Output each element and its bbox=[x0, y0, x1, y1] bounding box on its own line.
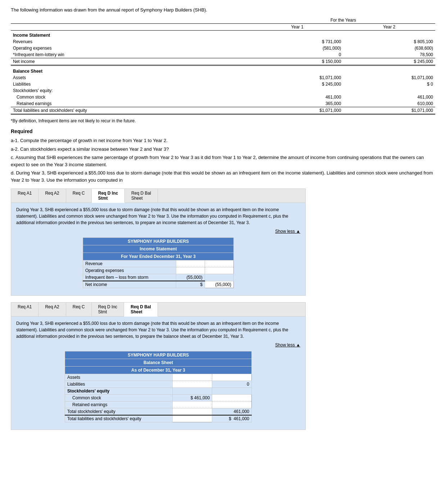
inc-infreq-label: Infrequent item – loss from storm bbox=[83, 274, 176, 281]
revenues-y2: $ 805,100 bbox=[343, 38, 435, 45]
inc-revenue-val2[interactable] bbox=[205, 260, 234, 267]
bs-liabilities-label: Liabilities bbox=[65, 381, 173, 388]
revenues-y1: $ 731,000 bbox=[251, 38, 343, 45]
bs-se-header: Stockholders' equity bbox=[65, 388, 173, 395]
net-income-y2: $ 245,000 bbox=[343, 58, 435, 65]
bs-common-stock-val2[interactable] bbox=[212, 395, 252, 401]
common-stock-y1: 461,000 bbox=[251, 94, 343, 100]
show-less-1[interactable]: Show less ▲ bbox=[16, 229, 300, 234]
tab-req-c[interactable]: Req C bbox=[66, 189, 92, 203]
total-liab-se-y2: $1,071,000 bbox=[343, 107, 435, 114]
retained-earnings-label: Retained earnings bbox=[11, 100, 251, 107]
inc-opex-label: Operating expenses bbox=[83, 267, 176, 274]
inc-revenue-label: Revenue bbox=[83, 260, 176, 267]
bs-assets-val1[interactable] bbox=[173, 374, 212, 381]
opex-y2: (638,600) bbox=[343, 45, 435, 51]
tab-bar-1: Req A1 Req A2 Req C Req D IncStmt Req D … bbox=[11, 189, 305, 203]
revenues-label: Revenues bbox=[11, 38, 251, 45]
liabilities-label: Liabilities bbox=[11, 81, 251, 87]
tab2-req-d-bal[interactable]: Req D BalSheet bbox=[124, 303, 158, 317]
infreq-lottery-label: *Infrequent item-lottery win bbox=[11, 51, 251, 58]
total-liab-se-y1: $1,071,000 bbox=[251, 107, 343, 114]
net-income-y1: $ 150,000 bbox=[251, 58, 343, 65]
bs-common-stock-label: Common stock bbox=[65, 395, 173, 401]
opex-y1: (581,000) bbox=[251, 45, 343, 51]
required-heading: Required bbox=[11, 128, 435, 134]
liabilities-y1: $ 245,000 bbox=[251, 81, 343, 87]
tab-container-1: Req A1 Req A2 Req C Req D IncStmt Req D … bbox=[11, 189, 306, 296]
total-liab-se-label: Total liabilities and stockholders' equi… bbox=[11, 107, 251, 114]
assets-y2: $1,071,000 bbox=[343, 74, 435, 81]
for-years-header: For the Years bbox=[251, 17, 435, 24]
bs-company: SYMPHONY HARP BUILDERS bbox=[65, 351, 252, 359]
bs-liabilities-val2: 0 bbox=[212, 381, 252, 388]
bs-common-stock-val1: $ 461,000 bbox=[173, 395, 212, 401]
bs-total-liab-se-label: Total liabilities and stockholders' equi… bbox=[65, 415, 173, 422]
inc-stmt-title: Income Statement bbox=[83, 245, 234, 253]
retained-earnings-y1: 365,000 bbox=[251, 100, 343, 107]
bs-assets-val2[interactable] bbox=[212, 374, 252, 381]
bs-retained-earnings-val2[interactable] bbox=[212, 401, 252, 408]
question-c: c. Assuming that SHB experiences the sam… bbox=[11, 154, 435, 168]
question-block: a-1. Compute the percentage of growth in… bbox=[11, 137, 435, 183]
balance-sheet-table: SYMPHONY HARP BUILDERS Balance Sheet As … bbox=[65, 351, 252, 422]
common-stock-label: Common stock bbox=[11, 94, 251, 100]
inc-revenue-val1[interactable] bbox=[176, 260, 205, 267]
bs-total-se-val1[interactable] bbox=[173, 408, 212, 416]
common-stock-y2: 461,000 bbox=[343, 94, 435, 100]
bs-total-se-label: Total stockholders' equity bbox=[65, 408, 173, 416]
balance-sheet-header: Balance Sheet bbox=[11, 65, 435, 75]
tab-container-2: Req A1 Req A2 Req C Req D IncStmt Req D … bbox=[11, 302, 306, 430]
question-d: d. During Year 3, SHB experienced a $55,… bbox=[11, 169, 435, 183]
tab2-req-a2[interactable]: Req A2 bbox=[38, 303, 66, 316]
net-income-label: Net income bbox=[11, 58, 251, 65]
tab-req-a1[interactable]: Req A1 bbox=[11, 189, 38, 203]
tab-content-d-bal: During Year 3, SHB experienced a $55,000… bbox=[11, 317, 305, 430]
inc-opex-val2[interactable] bbox=[205, 267, 234, 274]
inc-net-income-label: Net income bbox=[83, 281, 176, 288]
tab-desc-d-bal: During Year 3, SHB experienced a $55,000… bbox=[16, 320, 300, 340]
financial-table: For the Years Year 1 Year 2 Income State… bbox=[11, 17, 435, 115]
infreq-lottery-y2: 78,500 bbox=[343, 51, 435, 58]
inc-infreq-val2 bbox=[205, 274, 234, 281]
tab2-req-a1[interactable]: Req A1 bbox=[11, 303, 38, 316]
tab-content-d-inc: During Year 3, SHB experienced a $55,000… bbox=[11, 203, 305, 295]
assets-label: Assets bbox=[11, 74, 251, 81]
inc-opex-val1[interactable] bbox=[176, 267, 205, 274]
balance-sheet-wrapper: SYMPHONY HARP BUILDERS Balance Sheet As … bbox=[16, 351, 300, 422]
income-stmt-header: Income Statement bbox=[11, 31, 435, 39]
inc-net-income-dollar: $ bbox=[176, 281, 205, 288]
tab2-req-d-inc[interactable]: Req D IncStmt bbox=[92, 303, 124, 316]
inc-company: SYMPHONY HARP BUILDERS bbox=[83, 238, 234, 245]
year1-header: Year 1 bbox=[251, 24, 343, 31]
inc-period: For Year Ended December 31, Year 3 bbox=[83, 253, 234, 260]
tab-req-a2[interactable]: Req A2 bbox=[38, 189, 66, 203]
bs-liabilities-val1[interactable] bbox=[173, 381, 212, 388]
bs-assets-label: Assets bbox=[65, 374, 173, 381]
intro-text: The following information was drawn from… bbox=[11, 7, 435, 13]
assets-y1: $1,071,000 bbox=[251, 74, 343, 81]
liabilities-y2: $ 0 bbox=[343, 81, 435, 87]
bs-se-val2 bbox=[212, 388, 252, 395]
question-a2: a-2. Can stockholders expect a similar i… bbox=[11, 146, 435, 153]
se-label: Stockholders' equity: bbox=[11, 87, 251, 94]
bs-stmt-title: Balance Sheet bbox=[65, 359, 252, 367]
bs-se-val1 bbox=[173, 388, 212, 395]
question-a1: a-1. Compute the percentage of growth in… bbox=[11, 137, 435, 144]
inc-net-income-val[interactable]: (55,000) bbox=[205, 281, 234, 288]
bs-period: As of December 31, Year 3 bbox=[65, 367, 252, 374]
tab-req-d-inc[interactable]: Req D IncStmt bbox=[92, 189, 125, 203]
bs-retained-earnings-label: Retained earnings bbox=[65, 401, 173, 408]
year2-header: Year 2 bbox=[343, 24, 435, 31]
retained-earnings-y2: 610,000 bbox=[343, 100, 435, 107]
tab2-req-c[interactable]: Req C bbox=[66, 303, 92, 316]
income-stmt-wrapper: SYMPHONY HARP BUILDERS Income Statement … bbox=[16, 237, 300, 288]
show-less-2[interactable]: Show less ▲ bbox=[16, 342, 300, 348]
income-stmt-table: SYMPHONY HARP BUILDERS Income Statement … bbox=[83, 237, 234, 288]
bs-total-liab-se-val1[interactable] bbox=[173, 415, 212, 422]
tab-req-d-bal[interactable]: Req D BalSheet bbox=[125, 189, 158, 203]
tab-bar-2: Req A1 Req A2 Req C Req D IncStmt Req D … bbox=[11, 303, 305, 317]
bs-total-se-val2: 461,000 bbox=[212, 408, 252, 416]
infreq-lottery-y1: 0 bbox=[251, 51, 343, 58]
bs-retained-earnings-val1[interactable] bbox=[173, 401, 212, 408]
